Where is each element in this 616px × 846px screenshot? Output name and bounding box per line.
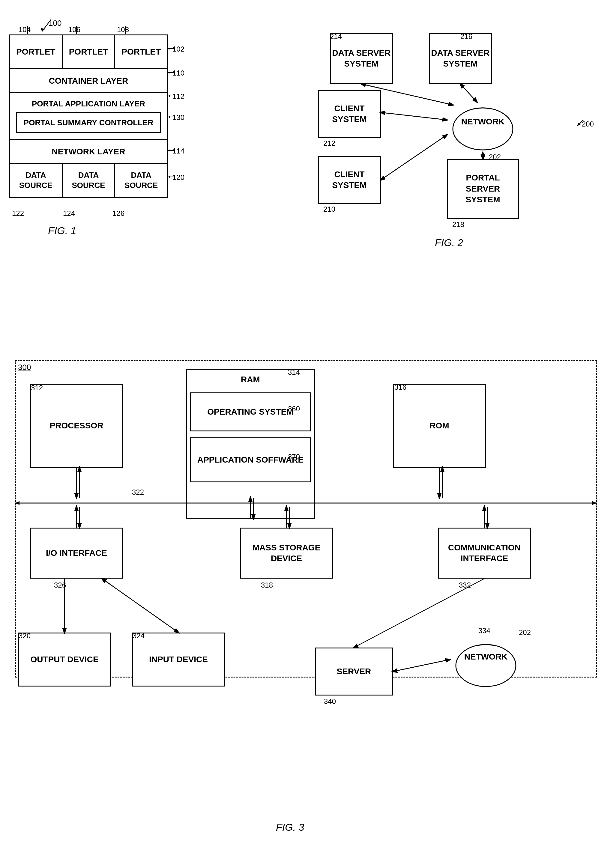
network-label-fig3: NETWORK bbox=[450, 652, 522, 662]
ref-126: 126 bbox=[112, 209, 125, 217]
ref-210: 210 bbox=[323, 205, 335, 213]
server-box: SERVER bbox=[315, 648, 393, 696]
ref-218: 218 bbox=[452, 220, 464, 229]
ram-outer-box: RAM OPERATING SYSTEM APPLICATION SOFFWAR… bbox=[186, 369, 315, 518]
network-layer: NETWORK LAYER bbox=[10, 140, 167, 164]
fig1-label: FIG. 1 bbox=[48, 225, 76, 236]
output-device-box: OUTPUT DEVICE bbox=[18, 633, 111, 686]
fig3-label: FIG. 3 bbox=[276, 821, 304, 833]
io-interface-box: I/O INTERFACE bbox=[30, 527, 123, 579]
ref-314: 314 bbox=[288, 368, 300, 376]
client-system-210-box: CLIENT SYSTEM bbox=[318, 156, 381, 204]
ref-312: 312 bbox=[31, 384, 43, 392]
svg-marker-19 bbox=[168, 176, 170, 178]
svg-marker-15 bbox=[168, 116, 170, 118]
ref-202-fig3: 202 bbox=[519, 629, 531, 637]
ref-360: 360 bbox=[288, 405, 300, 413]
ref-370: 370 bbox=[288, 453, 300, 461]
svg-marker-9 bbox=[125, 32, 126, 34]
ref-122: 122 bbox=[12, 209, 24, 217]
svg-line-32 bbox=[381, 135, 447, 180]
ref-316: 316 bbox=[394, 383, 406, 392]
ref-322: 322 bbox=[132, 488, 144, 496]
svg-marker-42 bbox=[592, 501, 597, 505]
input-device-box: INPUT DEVICE bbox=[132, 633, 225, 686]
ref-124: 124 bbox=[63, 209, 75, 217]
ref-320: 320 bbox=[19, 632, 31, 640]
ref-324: 324 bbox=[132, 632, 144, 640]
ref-332: 332 bbox=[459, 581, 471, 589]
svg-marker-3 bbox=[168, 48, 170, 50]
network-cloud-fig3: NETWORK bbox=[450, 630, 522, 689]
ref-214: 214 bbox=[330, 32, 342, 41]
svg-line-31 bbox=[381, 112, 447, 120]
portlets-row: PORTLET PORTLET PORTLET bbox=[10, 35, 167, 69]
datasources-row: DATASOURCE DATASOURCE DATASOURCE bbox=[10, 164, 167, 197]
svg-marker-11 bbox=[168, 72, 170, 73]
container-layer: CONTAINER LAYER bbox=[10, 69, 167, 93]
ref-216: 216 bbox=[460, 32, 472, 41]
network-cloud: NETWORK bbox=[447, 93, 519, 153]
portlet-1: PORTLET bbox=[10, 35, 63, 68]
processor-box: PROCESSOR bbox=[30, 384, 123, 468]
datasource-2: DATASOURCE bbox=[63, 164, 115, 197]
svg-marker-7 bbox=[76, 32, 77, 34]
svg-marker-17 bbox=[168, 150, 170, 151]
portal-server-218-box: PORTAL SERVER SYSTEM bbox=[447, 159, 519, 219]
portal-app-layer: PORTAL APPLICATION LAYER PORTAL SUMMARY … bbox=[10, 93, 167, 140]
ref-326: 326 bbox=[54, 581, 66, 589]
fig1-outer-box: PORTLET PORTLET PORTLET CONTAINER LAYER … bbox=[9, 34, 168, 198]
portal-summary-box: PORTAL SUMMARY CONTROLLER bbox=[16, 112, 161, 133]
svg-line-30 bbox=[381, 112, 447, 120]
svg-line-33 bbox=[381, 135, 447, 180]
client-system-212-box: CLIENT SYSTEM bbox=[318, 90, 381, 138]
svg-marker-5 bbox=[27, 32, 28, 34]
rom-box: ROM bbox=[393, 384, 486, 468]
portlet-2: PORTLET bbox=[63, 35, 115, 68]
svg-marker-41 bbox=[15, 501, 19, 505]
portlet-3: PORTLET bbox=[115, 35, 167, 68]
datasource-3: DATASOURCE bbox=[115, 164, 167, 197]
datasource-1: DATASOURCE bbox=[10, 164, 63, 197]
mass-storage-box: MASS STORAGE DEVICE bbox=[240, 527, 333, 579]
ref-212: 212 bbox=[323, 139, 335, 147]
ref-318: 318 bbox=[261, 581, 273, 589]
ref-340: 340 bbox=[324, 697, 336, 706]
communication-box: COMMUNICATION INTERFACE bbox=[438, 527, 531, 579]
fig2-label: FIG. 2 bbox=[435, 237, 463, 248]
svg-marker-13 bbox=[168, 95, 170, 97]
ref-300: 300 bbox=[18, 363, 31, 372]
ref-334: 334 bbox=[478, 627, 490, 635]
portal-app-label: PORTAL APPLICATION LAYER bbox=[16, 99, 161, 109]
